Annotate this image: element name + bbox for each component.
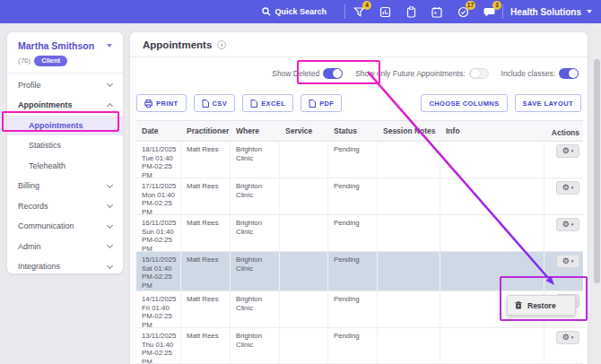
- cell-date: 16/11/2025 Sun 01:40 PM-02:25 PM: [142, 219, 176, 251]
- search-icon: [262, 7, 271, 16]
- csv-button[interactable]: CSV: [194, 94, 236, 112]
- header-info[interactable]: Info: [440, 126, 544, 135]
- header-session-notes[interactable]: Session Notes: [378, 126, 440, 135]
- client-age: (76): [18, 56, 30, 65]
- sidebar-item-records[interactable]: Records: [7, 196, 123, 217]
- cell-status: Pending: [334, 182, 360, 190]
- account-name: Health Solutions: [510, 7, 581, 17]
- include-classes-label: Include classes:: [501, 69, 555, 78]
- client-type-badge: Client: [34, 56, 67, 66]
- sidebar-item-integrations[interactable]: Integrations: [7, 256, 123, 277]
- header-service[interactable]: Service: [280, 126, 328, 135]
- file-icon: [202, 100, 209, 108]
- cell-practitioner: Matt Rees: [187, 332, 219, 340]
- clipboard-icon[interactable]: [405, 5, 417, 18]
- account-menu[interactable]: Health Solutions: [510, 7, 592, 17]
- excel-button[interactable]: EXCEL: [242, 94, 293, 112]
- info-icon[interactable]: i: [217, 40, 226, 49]
- scrollbar-track[interactable]: [593, 23, 601, 364]
- header-where[interactable]: Where: [231, 126, 280, 135]
- dashboard-icon[interactable]: [379, 5, 391, 18]
- row-actions-button[interactable]: ⚙ ▾: [556, 331, 579, 344]
- choose-columns-button[interactable]: CHOOSE COLUMNS: [421, 94, 507, 112]
- save-layout-button[interactable]: SAVE LAYOUT: [515, 94, 582, 112]
- header-date[interactable]: Date: [136, 126, 181, 135]
- cell-date: 18/11/2025 Tue 01:40 PM-02:25 PM: [142, 145, 176, 178]
- row-actions-button[interactable]: ⚙ ▾: [556, 255, 579, 268]
- printer-icon: [144, 100, 152, 108]
- quick-search-label: Quick Search: [275, 7, 327, 16]
- messages-badge: 3: [492, 1, 501, 10]
- row-actions-button[interactable]: ⚙ ▾: [556, 181, 579, 195]
- filter-icon[interactable]: 4: [353, 5, 365, 18]
- sidebar-item-admin[interactable]: Admin: [7, 237, 123, 257]
- sidebar-item-billing[interactable]: Billing: [7, 176, 123, 196]
- show-deleted-toggle[interactable]: [323, 68, 343, 79]
- cell-status: Pending: [334, 219, 360, 227]
- pdf-button[interactable]: PDF: [300, 94, 342, 112]
- scrollbar-thumb[interactable]: [594, 59, 600, 283]
- topbar-divider: [502, 4, 503, 19]
- future-appointments-toggle[interactable]: [469, 68, 489, 79]
- appointments-table: Date Practitioner Where Service Status S…: [136, 120, 583, 364]
- chevron-down-icon: [107, 202, 113, 208]
- table-row[interactable]: 16/11/2025 Sun 01:40 PM-02:25 PM Matt Re…: [136, 215, 583, 252]
- cell-date: 17/11/2025 Mon 01:40 PM-02:25 PM: [142, 182, 176, 214]
- caret-down-icon: ▾: [571, 186, 574, 190]
- export-toolbar: PRINT CSV EXCEL PDF CHOOSE COLUMNS SAVE …: [130, 90, 588, 117]
- sidebar-item-communication[interactable]: Communication: [7, 216, 123, 237]
- gear-icon: ⚙: [562, 257, 570, 265]
- chat-icon[interactable]: 3: [483, 5, 495, 18]
- header-status[interactable]: Status: [328, 126, 378, 135]
- chevron-down-icon: [107, 222, 113, 229]
- cell-where: Brighton Clinic: [236, 145, 262, 162]
- chevron-down-icon: [587, 10, 592, 13]
- sidebar-nav: Profile Appointments Appointments Statis…: [7, 74, 123, 277]
- clock-check-icon[interactable]: 17: [457, 5, 469, 18]
- cell-status: Pending: [334, 145, 360, 153]
- calendar-icon[interactable]: [431, 5, 443, 18]
- caret-down-icon: ▾: [571, 222, 574, 227]
- include-classes-toggle[interactable]: [559, 68, 579, 79]
- chevron-down-icon: [107, 44, 112, 48]
- cell-status: Pending: [334, 256, 360, 264]
- table-body: 18/11/2025 Tue 01:40 PM-02:25 PM Matt Re…: [136, 142, 583, 364]
- cell-practitioner: Matt Rees: [187, 219, 219, 227]
- chevron-down-icon: [107, 263, 113, 269]
- client-name-dropdown[interactable]: Martha Smithson: [18, 40, 112, 51]
- chevron-down-icon: [107, 81, 113, 87]
- sidebar-subitem-appointments[interactable]: Appointments: [7, 116, 123, 136]
- table-row[interactable]: 18/11/2025 Tue 01:40 PM-02:25 PM Matt Re…: [136, 142, 583, 178]
- client-header: Martha Smithson (76) Client: [7, 32, 123, 74]
- table-row[interactable]: 17/11/2025 Mon 01:40 PM-02:25 PM Matt Re…: [136, 178, 583, 215]
- cell-where: Brighton Clinic: [236, 219, 262, 236]
- print-button[interactable]: PRINT: [136, 94, 187, 112]
- sidebar-subitem-statistics[interactable]: Statistics: [7, 135, 123, 156]
- cell-date: 13/11/2025 Thu 01:40 PM-02:25 PM: [142, 332, 176, 363]
- sidebar: Martha Smithson (76) Client Profile Appo…: [7, 32, 123, 273]
- row-actions-button[interactable]: ⚙ ▾: [556, 218, 579, 231]
- cell-date: 14/11/2025 Fri 01:40 PM-02:25 PM: [142, 295, 176, 327]
- gear-icon: ⚙: [562, 334, 570, 342]
- cell-status: Pending: [334, 332, 360, 340]
- quick-search[interactable]: Quick Search: [262, 7, 327, 16]
- header-actions[interactable]: Actions: [544, 126, 583, 137]
- cell-practitioner: Matt Rees: [187, 182, 219, 190]
- cell-where: Brighton Clinic: [236, 182, 262, 199]
- row-actions-button[interactable]: ⚙ ▾: [556, 144, 579, 158]
- cell-where: Brighton Clinic: [236, 295, 262, 312]
- header-practitioner[interactable]: Practitioner: [181, 126, 231, 135]
- reminders-badge: 17: [466, 1, 475, 10]
- caret-down-icon: ▾: [571, 259, 574, 264]
- sidebar-item-appointments[interactable]: Appointments: [7, 95, 123, 116]
- restore-menu-item[interactable]: Restore: [527, 301, 556, 310]
- sidebar-item-profile[interactable]: Profile: [7, 75, 123, 96]
- topbar-divider: [344, 4, 345, 19]
- filter-badge: 4: [362, 1, 371, 10]
- row-context-menu: Restore: [507, 295, 576, 316]
- table-row[interactable]: 13/11/2025 Thu 01:40 PM-02:25 PM Matt Re…: [136, 328, 583, 364]
- table-row[interactable]: 15/11/2025 Sat 01:40 PM-02:25 PM Matt Re…: [136, 252, 583, 291]
- sidebar-subitem-telehealth[interactable]: Telehealth: [7, 156, 123, 177]
- include-classes-group: Include classes:: [501, 68, 579, 79]
- chevron-down-icon: [107, 182, 113, 188]
